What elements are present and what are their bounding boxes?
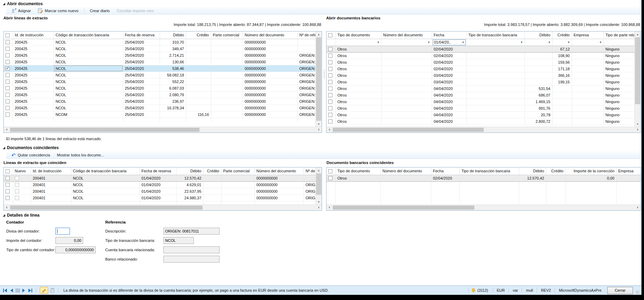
cell-doc[interactable] [381,118,432,125]
cell-doc[interactable] [381,52,432,59]
cell-party[interactable] [211,72,243,78]
cell-doc[interactable] [381,79,432,85]
row-select-cell[interactable] [327,72,336,79]
cell-date[interactable]: 04/04/2020 [432,92,466,98]
chevron-down-icon[interactable]: ▼ [548,41,551,44]
row-checkbox[interactable] [328,54,332,58]
row-select-cell[interactable] [4,91,13,98]
cell-party[interactable] [211,91,243,98]
row-select-cell[interactable] [4,111,13,118]
cell-ref[interactable] [297,45,315,52]
cell-debit[interactable] [525,79,552,85]
cell-ref[interactable]: ORIGEN: 00 [297,111,315,118]
cell-trans[interactable] [466,85,525,92]
cell-doc[interactable]: 0000000000 [243,85,297,91]
row-select-cell[interactable] [327,65,336,72]
column-header[interactable]: Tipo de transacción bancaria [466,31,525,39]
cell-ref[interactable]: ORIGE [304,181,315,188]
horizontal-scrollbar[interactable]: ‹ › [327,204,641,210]
cell-party[interactable]: Ninguno [603,98,634,105]
filter-combobox[interactable]: ▼ [573,39,603,45]
row-select-cell[interactable] [327,92,336,98]
table-row[interactable]: Otros04/04/202020,78Ninguno [327,111,634,118]
cell-id[interactable]: 200425 [13,78,54,85]
chevron-down-icon[interactable]: ▼ [462,41,465,44]
cell-type[interactable]: Otros [336,72,381,79]
column-header[interactable]: Crédito [203,167,221,175]
cell-ref[interactable]: ORIGEN: 00 [297,78,315,85]
cell-corr[interactable]: 0,00 [565,175,616,181]
first-record-icon[interactable] [3,289,8,292]
cell-type[interactable]: Otros [336,105,381,111]
cell-id[interactable]: 200401 [31,181,71,188]
attachment-icon[interactable] [50,288,55,293]
cell-doc[interactable]: 0000000000 [254,175,304,181]
cell-doc[interactable]: 0000000000 [243,111,297,118]
table-row[interactable]: 200425NCOL25/04/20202.080,790000000000OR… [4,91,315,98]
cell-doc[interactable]: 0000000000 [243,72,297,78]
chevron-down-icon[interactable]: ▼ [520,41,523,44]
related-bank-account-field[interactable] [163,246,220,253]
cell-code[interactable]: NCOL [71,175,140,181]
resize-grip-icon[interactable] [636,291,639,294]
cell-doc[interactable] [381,175,431,181]
previous-record-icon[interactable] [10,289,14,292]
cell-date[interactable]: 02/04/2020 [431,175,459,181]
cell-company[interactable] [572,92,603,98]
cell-doc[interactable]: 0000000000 [254,188,304,194]
table-row[interactable]: 200425NCOL25/04/2020236,970000000000ORIG… [4,98,315,104]
column-header[interactable]: Débito [176,167,203,175]
cell-ref[interactable]: ORIGEN: 00 [297,104,315,111]
row-checkbox[interactable] [328,60,332,64]
cell-id[interactable]: 200425 [13,58,54,65]
cell-trans[interactable] [466,98,525,105]
table-row[interactable]: Otros02/04/202012.570,420,00 [327,175,641,181]
row-checkbox[interactable] [328,106,332,110]
select-all-header[interactable] [327,31,336,39]
cell-trans[interactable] [466,118,525,125]
cell-debit[interactable]: 538,46 [160,65,186,72]
column-header[interactable]: Empresa [616,167,641,175]
cell-code[interactable]: NCOL [54,39,123,45]
table-row[interactable]: 200425NCOL25/04/202058.082,180000000000O… [4,72,315,78]
scroll-right-icon[interactable]: › [316,127,322,133]
row-checkbox[interactable] [328,113,332,117]
cell-date[interactable]: 25/04/2020 [123,45,160,52]
cell-company[interactable] [572,105,603,111]
table-row[interactable]: Otros02/04/2020159,56Ninguno [327,59,634,65]
column-header[interactable]: Tipo de parte rela [603,31,634,39]
cell-trans[interactable] [459,175,519,181]
collapse-triangle-icon[interactable] [3,214,5,217]
row-select-cell[interactable] [327,46,336,52]
cell-id[interactable]: 200425 [13,91,54,98]
assign-button[interactable]: ? Asignar [8,7,34,14]
row-checkbox[interactable] [6,60,10,64]
cell-party[interactable] [221,181,254,188]
cell-id[interactable]: 200401 [31,194,71,201]
cell-ref[interactable]: ORIGEN: 01 [297,85,315,91]
cell-id[interactable]: 200425 [13,39,54,45]
cell-credit[interactable] [186,85,211,91]
table-row[interactable]: Otros04/04/20202.800,72Ninguno [327,118,634,125]
cell-credit[interactable] [186,98,211,104]
row-select-cell[interactable] [4,78,13,85]
cell-date[interactable]: 01/04/2020 [140,188,176,194]
cell-doc[interactable]: 0000000000 [243,52,297,58]
cell-doc[interactable]: 0000000000 [243,39,297,45]
table-row[interactable]: 200425NCOL25/04/2020310,700000000000 [4,39,315,45]
cell-type[interactable]: Otros [336,52,381,59]
row-select-cell[interactable] [4,194,13,201]
cell-id[interactable]: 200425 [13,65,54,72]
cell-credit[interactable] [552,98,572,105]
column-header[interactable]: Nº de [304,167,315,175]
vertical-scrollbar[interactable]: ▲ ▼ [315,167,322,204]
cell-id[interactable]: 200425 [13,52,54,58]
vertical-scrollbar[interactable]: ▲ ▼ [315,31,322,127]
cell-code[interactable]: NCOL [71,194,140,201]
select-all-checkbox[interactable] [6,169,10,173]
cell-party[interactable] [211,45,243,52]
cell-debit[interactable]: 686,07 [525,92,552,98]
cell-trans[interactable] [466,46,525,52]
new-checkbox[interactable] [15,189,19,193]
statusbar-item[interactable]: REV2 [538,288,553,292]
